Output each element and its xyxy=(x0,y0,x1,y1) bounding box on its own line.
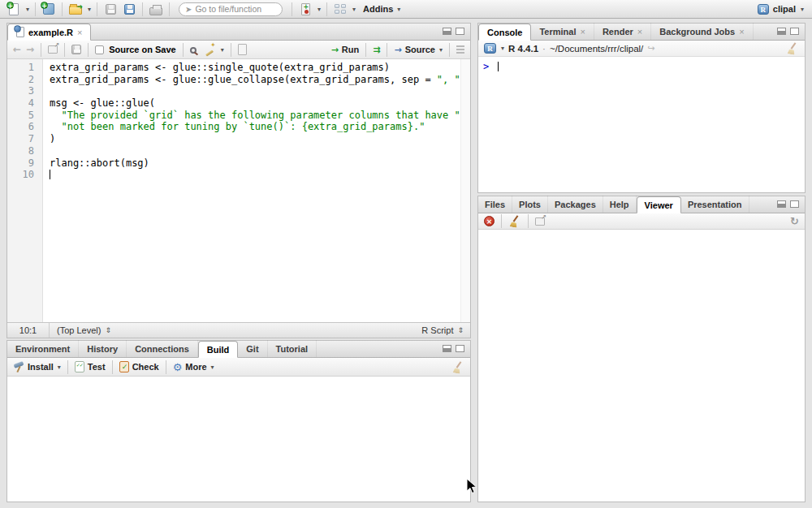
minimize-icon[interactable] xyxy=(443,28,451,35)
r-version-icon[interactable]: R xyxy=(484,43,496,54)
source-button[interactable]: → Source ▾ xyxy=(394,45,443,55)
goto-directory-icon[interactable]: ↪ xyxy=(647,43,654,54)
popout-viewer-icon[interactable] xyxy=(535,217,545,226)
project-menu[interactable]: R clipal ▾ xyxy=(756,4,806,15)
back-icon[interactable]: ← xyxy=(13,44,21,55)
addins-menu[interactable]: Addins ▾ xyxy=(360,4,404,14)
code-tools-icon[interactable] xyxy=(204,44,215,55)
version-control-dropdown[interactable]: ▾ xyxy=(317,6,321,13)
tab-label: Console xyxy=(487,28,522,37)
tab-build[interactable]: Build xyxy=(198,341,239,358)
more-label: More xyxy=(185,362,206,372)
minimize-icon[interactable] xyxy=(777,28,786,35)
goto-file-input[interactable] xyxy=(195,4,276,14)
tab-environment[interactable]: Environment xyxy=(7,340,79,357)
maximize-icon[interactable] xyxy=(456,28,464,35)
tab-tutorial[interactable]: Tutorial xyxy=(268,340,317,357)
plus-icon: + xyxy=(41,2,48,9)
tab-plots[interactable]: Plots xyxy=(512,196,548,213)
tab-console[interactable]: Console xyxy=(478,24,531,41)
tab-close-icon[interactable]: × xyxy=(739,27,744,37)
install-dropdown-icon: ▾ xyxy=(58,364,61,371)
goto-arrow-icon: ➤ xyxy=(185,5,192,14)
maximize-icon[interactable] xyxy=(456,345,464,352)
console-toolbar: R ▾ R 4.4.1 · ~/Documents/rrr/clipal/ ↪ xyxy=(478,41,805,57)
maximize-icon[interactable] xyxy=(790,28,799,35)
tab-presentation[interactable]: Presentation xyxy=(681,196,749,213)
open-file-dropdown[interactable]: ▾ xyxy=(88,6,91,13)
popout-icon[interactable] xyxy=(48,45,58,54)
workspace-panes-icon[interactable] xyxy=(333,2,348,16)
stop-viewer-icon[interactable]: × xyxy=(484,216,495,226)
tab-help[interactable]: Help xyxy=(603,196,637,213)
run-button[interactable]: → Run xyxy=(331,45,360,55)
tab-label: Packages xyxy=(555,200,596,209)
save-icon[interactable] xyxy=(103,2,118,16)
tab-label: Plots xyxy=(519,200,541,209)
print-icon[interactable] xyxy=(149,2,163,16)
viewer-toolbar: × ↻ xyxy=(478,213,805,230)
tab-terminal[interactable]: Terminal × xyxy=(531,23,594,40)
new-file-dropdown[interactable]: ▾ xyxy=(26,6,29,13)
source-on-save-checkbox[interactable] xyxy=(95,45,104,54)
tab-viewer[interactable]: Viewer xyxy=(637,196,681,213)
maximize-icon[interactable] xyxy=(790,200,799,208)
addins-dropdown-icon: ▾ xyxy=(397,6,400,13)
clear-console-icon[interactable] xyxy=(786,42,799,54)
goto-file-box: ➤ xyxy=(179,2,283,16)
document-outline-icon[interactable] xyxy=(456,45,464,54)
tab-background-jobs[interactable]: Background Jobs × xyxy=(651,23,753,40)
file-type-selector[interactable]: R Script ⇕ xyxy=(421,325,470,335)
separator xyxy=(88,43,89,57)
source-on-save-label: Source on Save xyxy=(109,45,176,54)
minimize-icon[interactable] xyxy=(443,345,451,352)
scope-selector[interactable]: (Top Level) ⇕ xyxy=(50,325,111,335)
minimize-icon[interactable] xyxy=(777,200,786,208)
tab-label: Render xyxy=(603,27,633,37)
test-button[interactable]: Test xyxy=(75,361,106,372)
build-output xyxy=(7,377,470,502)
tab-history[interactable]: History xyxy=(79,340,127,357)
build-tabbar: Environment History Connections Build Gi… xyxy=(7,341,470,358)
tab-close-icon[interactable]: × xyxy=(637,27,642,37)
tab-packages[interactable]: Packages xyxy=(548,196,603,213)
tab-close-icon[interactable]: × xyxy=(580,27,585,37)
more-button[interactable]: ⚙ More ▾ xyxy=(173,361,214,373)
tab-example-r[interactable]: example.R × xyxy=(7,24,91,41)
code-lines[interactable]: extra_grid_params <- glue::single_quote(… xyxy=(43,59,470,322)
find-icon[interactable] xyxy=(190,47,197,54)
save-all-icon[interactable] xyxy=(122,2,136,16)
source-arrow-icon: → xyxy=(394,45,401,55)
compile-report-icon[interactable] xyxy=(238,44,247,55)
check-button[interactable]: Check xyxy=(119,361,159,372)
rerun-icon[interactable]: ⇉ xyxy=(373,45,380,55)
check-label: Check xyxy=(132,362,159,372)
console-input[interactable]: > xyxy=(478,58,805,192)
r-project-icon: R xyxy=(758,4,769,15)
tab-connections[interactable]: Connections xyxy=(127,340,198,357)
run-arrow-icon: → xyxy=(331,45,339,55)
new-project-icon[interactable]: + xyxy=(41,2,56,16)
code-editor[interactable]: 12345678910 extra_grid_params <- glue::s… xyxy=(7,59,470,322)
forward-icon[interactable]: → xyxy=(26,44,34,55)
open-file-icon[interactable]: ➜ xyxy=(68,2,83,16)
r-version-dropdown[interactable]: ▾ xyxy=(501,45,504,52)
tab-files[interactable]: Files xyxy=(478,196,512,213)
code-tools-dropdown[interactable]: ▾ xyxy=(221,46,224,54)
install-button[interactable]: Install ▾ xyxy=(13,361,61,372)
workspace-panes-dropdown[interactable]: ▾ xyxy=(352,6,356,13)
build-pane: Environment History Connections Build Gi… xyxy=(6,340,471,502)
tab-close-icon[interactable]: × xyxy=(77,28,82,37)
version-control-icon[interactable]: + xyxy=(298,2,313,16)
tab-git[interactable]: Git xyxy=(238,340,267,357)
tab-render[interactable]: Render × xyxy=(594,23,651,40)
new-file-icon[interactable]: + xyxy=(6,2,21,16)
clear-build-icon[interactable] xyxy=(451,361,464,373)
save-icon[interactable] xyxy=(71,45,81,54)
editor-scrollbar[interactable] xyxy=(460,59,470,322)
run-label: Run xyxy=(342,45,359,54)
refresh-icon[interactable]: ↻ xyxy=(790,215,799,227)
clear-viewer-icon[interactable] xyxy=(508,215,521,227)
tab-label: Help xyxy=(610,200,629,209)
separator xyxy=(292,2,292,16)
